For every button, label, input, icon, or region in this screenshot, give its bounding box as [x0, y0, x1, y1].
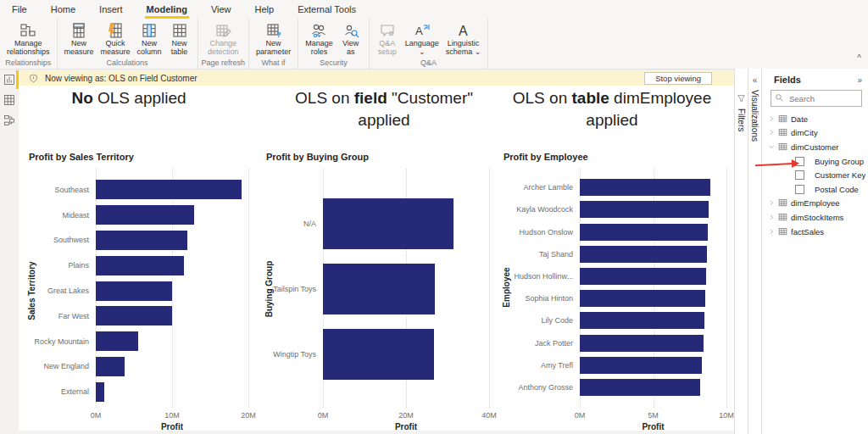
bar-sophia-hinton[interactable]: [580, 290, 705, 307]
bar-chart-visual-2[interactable]: Profit by Buying GroupN/ATailspin ToysWi…: [263, 152, 500, 429]
bar-southeast[interactable]: [96, 180, 242, 199]
bar-n-a[interactable]: [323, 198, 453, 249]
chart-row: Archer Lamble: [500, 176, 726, 198]
bar-jack-potter[interactable]: [580, 335, 704, 352]
field-checkbox[interactable]: [795, 170, 804, 180]
visualizations-pane-collapsed[interactable]: « Visualizations: [748, 69, 761, 434]
ribbon: ManagerelationshipsRelationshipsNewmeasu…: [0, 19, 868, 70]
language-button[interactable]: ALanguage⌄: [403, 21, 441, 57]
new-table-button[interactable]: Newtable: [167, 21, 192, 57]
chevron-down-icon[interactable]: [767, 143, 776, 151]
bar-southwest[interactable]: [96, 231, 187, 250]
chart-title: Profit by Sales Territory: [29, 152, 134, 162]
field-checkbox[interactable]: [795, 185, 804, 194]
bar-external[interactable]: [96, 382, 104, 402]
manage-roles-button[interactable]: Manageroles: [303, 21, 335, 57]
bar-rocky-mountain[interactable]: [96, 331, 138, 351]
chart-row: Mideast: [25, 203, 248, 228]
field-label: Date: [791, 114, 808, 124]
chevron-right-icon[interactable]: [767, 228, 776, 236]
report-view-button[interactable]: [0, 70, 19, 90]
button-label: View: [342, 39, 359, 47]
chevron-right-icon[interactable]: [767, 115, 776, 123]
button-label: Quick: [106, 39, 125, 47]
quick-measure-button[interactable]: Quickmeasure: [99, 21, 132, 57]
bar-mideast[interactable]: [96, 205, 194, 225]
bar-hudson-hollinw-[interactable]: [580, 268, 706, 285]
tab-home[interactable]: Home: [39, 0, 87, 19]
bar-far-west[interactable]: [96, 306, 172, 326]
model-view-button[interactable]: [0, 110, 19, 131]
x-axis-title: Profit: [395, 422, 417, 431]
bar-hudson-onslow[interactable]: [580, 224, 708, 241]
expand-pane-icon[interactable]: «: [748, 75, 761, 85]
table-row-factsales[interactable]: factSales: [762, 225, 868, 239]
tab-external-tools[interactable]: External Tools: [286, 0, 368, 19]
linguistic-schema-button[interactable]: ALinguisticschema ⌄: [444, 21, 483, 57]
table-row-dimcity[interactable]: dimCity: [762, 126, 868, 141]
fields-pane: Fields » DatedimCitydimCustomerBuying Gr…: [761, 69, 868, 434]
tab-help[interactable]: Help: [243, 0, 287, 19]
chevron-right-icon[interactable]: [767, 214, 776, 221]
table-icon: [776, 213, 788, 222]
ribbon-group-label: Q&A: [420, 58, 437, 69]
field-row-customer-key[interactable]: Customer Key: [762, 168, 868, 182]
chart-row: Southwest: [25, 228, 248, 253]
category-label: Anthony Grosse: [500, 383, 580, 392]
chart-row: Great Lakes: [25, 278, 248, 303]
button-label: roles: [311, 47, 328, 56]
bar-lily-code[interactable]: [580, 312, 704, 329]
data-view-button[interactable]: [0, 90, 19, 110]
bar-plains[interactable]: [96, 256, 184, 275]
chevron-right-icon[interactable]: [767, 199, 776, 207]
field-label: factSales: [791, 227, 824, 236]
table-row-date[interactable]: Date: [762, 112, 868, 126]
button-label: Manage: [14, 39, 42, 47]
category-label: Kayla Woodcock: [500, 205, 580, 214]
bar-new-england[interactable]: [96, 357, 125, 376]
view-as-button[interactable]: Viewas: [338, 21, 364, 57]
bar-great-lakes[interactable]: [96, 281, 172, 301]
search-input[interactable]: [787, 93, 859, 104]
ribbon-collapse-icon[interactable]: ^: [857, 54, 861, 63]
bar-kayla-woodcock[interactable]: [580, 201, 709, 218]
bar-tailspin-toys[interactable]: [323, 264, 435, 314]
y-axis-title: Buying Group: [264, 191, 275, 387]
chart-row: Southeast: [25, 177, 248, 203]
stop-viewing-button[interactable]: Stop viewing: [644, 72, 712, 85]
field-row-postal-code[interactable]: Postal Code: [762, 182, 868, 197]
tab-view[interactable]: View: [199, 0, 243, 19]
chevron-right-icon[interactable]: [767, 129, 776, 136]
bar-chart-visual-3[interactable]: Profit by EmployeeArcher LambleKayla Woo…: [500, 152, 748, 429]
tab-file[interactable]: File: [0, 0, 39, 19]
field-label: dimEmployee: [791, 198, 840, 208]
measure-button[interactable]: Newmeasure: [63, 21, 96, 57]
fields-search-box[interactable]: [771, 90, 862, 107]
new-parameter-button[interactable]: ?Newparameter: [254, 21, 292, 57]
banner-text: Now viewing as: OLS on Field Customer: [45, 74, 198, 83]
collapse-pane-icon[interactable]: »: [857, 75, 862, 85]
table-row-dimstockitems[interactable]: dimStockItems: [762, 210, 868, 225]
bar-amy-trefl[interactable]: [580, 357, 702, 374]
tab-modeling[interactable]: Modeling: [135, 0, 199, 19]
fields-tree: DatedimCitydimCustomerBuying GroupCustom…: [762, 112, 868, 238]
button-label: Change: [210, 39, 237, 47]
chart-row: Tailspin Toys: [263, 256, 489, 321]
filters-pane-collapsed[interactable]: Filters: [734, 69, 748, 434]
table-row-dimemployee[interactable]: dimEmployee: [762, 197, 868, 211]
ribbon-group-q-a: Q&AsetupALanguage⌄ALinguisticschema ⌄Q&A: [370, 19, 489, 69]
table-row-dimcustomer[interactable]: dimCustomer: [762, 140, 868, 154]
x-axis-tick: 20M: [241, 411, 256, 420]
bar-taj-shand[interactable]: [580, 246, 707, 263]
field-label: dimStockItems: [791, 213, 843, 222]
bar-archer-lamble[interactable]: [580, 179, 710, 196]
ribbon-group-label: What if: [262, 58, 286, 69]
button-label: Q&A: [379, 39, 395, 47]
bar-anthony-grosse[interactable]: [580, 379, 700, 396]
bar-wingtip-toys[interactable]: [323, 329, 434, 380]
new-column-button[interactable]: Newcolumn: [136, 21, 164, 57]
relationships-button[interactable]: Managerelationships: [5, 21, 52, 57]
bar-chart-visual-1[interactable]: Profit by Sales TerritorySoutheastMideas…: [25, 152, 259, 429]
tab-insert[interactable]: Insert: [87, 0, 135, 19]
category-label: Hudson Onslow: [500, 228, 580, 236]
